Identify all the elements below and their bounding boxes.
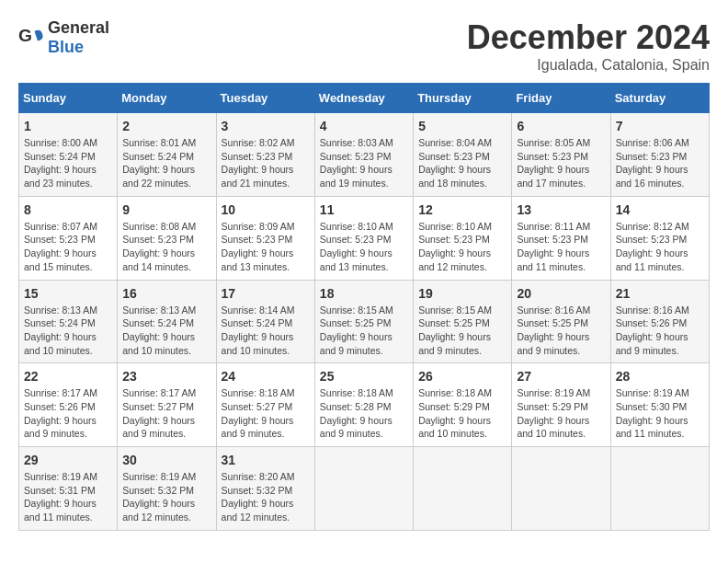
day-number: 17: [222, 286, 310, 301]
calendar-day-cell: 23Sunrise: 8:17 AMSunset: 5:27 PMDayligh…: [118, 363, 216, 447]
calendar-day-cell: 12Sunrise: 8:10 AMSunset: 5:23 PMDayligh…: [414, 196, 512, 280]
logo-icon: G: [18, 25, 44, 51]
day-number: 24: [222, 369, 310, 384]
day-info: Sunrise: 8:10 AMSunset: 5:23 PMDaylight:…: [320, 220, 408, 274]
day-info: Sunrise: 8:04 AMSunset: 5:23 PMDaylight:…: [418, 136, 506, 190]
weekday-header: Thursday: [414, 84, 512, 113]
calendar-day-cell: 21Sunrise: 8:16 AMSunset: 5:26 PMDayligh…: [610, 280, 709, 363]
calendar-day-cell: 22Sunrise: 8:17 AMSunset: 5:26 PMDayligh…: [19, 363, 118, 447]
weekday-header: Tuesday: [216, 84, 314, 113]
page-header: G General Blue December 2024 Igualada, C…: [18, 18, 710, 74]
day-info: Sunrise: 8:16 AMSunset: 5:25 PMDaylight:…: [517, 304, 605, 358]
day-number: 31: [222, 453, 310, 467]
calendar-week-row: 29Sunrise: 8:19 AMSunset: 5:31 PMDayligh…: [19, 447, 710, 531]
calendar-day-cell: 10Sunrise: 8:09 AMSunset: 5:23 PMDayligh…: [216, 196, 314, 280]
calendar-day-cell: [610, 447, 709, 531]
day-number: 3: [222, 119, 310, 133]
calendar-week-row: 22Sunrise: 8:17 AMSunset: 5:26 PMDayligh…: [19, 363, 710, 447]
day-info: Sunrise: 8:17 AMSunset: 5:27 PMDaylight:…: [122, 386, 210, 441]
calendar-day-cell: 19Sunrise: 8:15 AMSunset: 5:25 PMDayligh…: [414, 280, 512, 363]
calendar-day-cell: 25Sunrise: 8:18 AMSunset: 5:28 PMDayligh…: [314, 363, 413, 447]
day-info: Sunrise: 8:18 AMSunset: 5:28 PMDaylight:…: [320, 386, 408, 441]
day-number: 18: [320, 286, 408, 301]
calendar-day-cell: [314, 447, 413, 531]
day-number: 16: [122, 286, 210, 301]
calendar-day-cell: 3Sunrise: 8:02 AMSunset: 5:23 PMDaylight…: [216, 113, 314, 197]
weekday-header: Wednesday: [314, 84, 413, 113]
calendar-day-cell: 8Sunrise: 8:07 AMSunset: 5:23 PMDaylight…: [19, 196, 118, 280]
calendar-day-cell: 9Sunrise: 8:08 AMSunset: 5:23 PMDaylight…: [118, 196, 216, 280]
svg-text:G: G: [18, 26, 32, 45]
day-info: Sunrise: 8:13 AMSunset: 5:24 PMDaylight:…: [122, 304, 210, 358]
weekday-header: Friday: [512, 84, 610, 113]
weekday-header: Sunday: [19, 84, 118, 113]
calendar-day-cell: 13Sunrise: 8:11 AMSunset: 5:23 PMDayligh…: [512, 196, 610, 280]
calendar-day-cell: 24Sunrise: 8:18 AMSunset: 5:27 PMDayligh…: [216, 363, 314, 447]
day-info: Sunrise: 8:11 AMSunset: 5:23 PMDaylight:…: [517, 220, 605, 274]
day-info: Sunrise: 8:19 AMSunset: 5:32 PMDaylight:…: [122, 470, 210, 524]
calendar-day-cell: 28Sunrise: 8:19 AMSunset: 5:30 PMDayligh…: [610, 363, 709, 447]
calendar-day-cell: [414, 447, 512, 531]
day-number: 4: [320, 119, 408, 133]
calendar-day-cell: 14Sunrise: 8:12 AMSunset: 5:23 PMDayligh…: [610, 196, 709, 280]
calendar-day-cell: 7Sunrise: 8:06 AMSunset: 5:23 PMDaylight…: [610, 113, 709, 197]
calendar-day-cell: 6Sunrise: 8:05 AMSunset: 5:23 PMDaylight…: [512, 113, 610, 197]
day-number: 5: [418, 119, 506, 133]
calendar-day-cell: 11Sunrise: 8:10 AMSunset: 5:23 PMDayligh…: [314, 196, 413, 280]
calendar-day-cell: 1Sunrise: 8:00 AMSunset: 5:24 PMDaylight…: [19, 113, 118, 197]
weekday-header-row: SundayMondayTuesdayWednesdayThursdayFrid…: [19, 84, 710, 113]
day-info: Sunrise: 8:19 AMSunset: 5:31 PMDaylight:…: [24, 470, 112, 524]
weekday-header: Saturday: [610, 84, 709, 113]
day-info: Sunrise: 8:01 AMSunset: 5:24 PMDaylight:…: [122, 136, 210, 190]
day-number: 21: [616, 286, 704, 301]
day-info: Sunrise: 8:09 AMSunset: 5:23 PMDaylight:…: [222, 220, 310, 274]
calendar-day-cell: 31Sunrise: 8:20 AMSunset: 5:32 PMDayligh…: [216, 447, 314, 531]
day-number: 9: [122, 202, 210, 217]
day-number: 19: [418, 286, 506, 301]
day-info: Sunrise: 8:03 AMSunset: 5:23 PMDaylight:…: [320, 136, 408, 190]
day-info: Sunrise: 8:18 AMSunset: 5:27 PMDaylight:…: [222, 386, 310, 441]
day-number: 13: [517, 202, 605, 217]
title-area: December 2024 Igualada, Catalonia, Spain: [467, 18, 710, 74]
calendar-day-cell: 2Sunrise: 8:01 AMSunset: 5:24 PMDaylight…: [118, 113, 216, 197]
day-number: 11: [320, 202, 408, 217]
day-number: 23: [122, 369, 210, 384]
day-number: 8: [24, 202, 112, 217]
day-info: Sunrise: 8:18 AMSunset: 5:29 PMDaylight:…: [418, 386, 506, 441]
calendar-day-cell: 4Sunrise: 8:03 AMSunset: 5:23 PMDaylight…: [314, 113, 413, 197]
day-number: 10: [222, 202, 310, 217]
weekday-header: Monday: [118, 84, 216, 113]
day-number: 12: [418, 202, 506, 217]
calendar-day-cell: [512, 447, 610, 531]
day-number: 28: [616, 369, 704, 384]
day-info: Sunrise: 8:10 AMSunset: 5:23 PMDaylight:…: [418, 220, 506, 274]
calendar-week-row: 1Sunrise: 8:00 AMSunset: 5:24 PMDaylight…: [19, 113, 710, 197]
calendar-day-cell: 30Sunrise: 8:19 AMSunset: 5:32 PMDayligh…: [118, 447, 216, 531]
logo-general: General: [48, 18, 109, 37]
day-info: Sunrise: 8:00 AMSunset: 5:24 PMDaylight:…: [24, 136, 112, 190]
day-info: Sunrise: 8:17 AMSunset: 5:26 PMDaylight:…: [24, 386, 112, 441]
calendar-day-cell: 16Sunrise: 8:13 AMSunset: 5:24 PMDayligh…: [118, 280, 216, 363]
day-number: 25: [320, 369, 408, 384]
day-info: Sunrise: 8:12 AMSunset: 5:23 PMDaylight:…: [616, 220, 704, 274]
day-number: 15: [24, 286, 112, 301]
day-number: 7: [616, 119, 704, 133]
day-info: Sunrise: 8:19 AMSunset: 5:30 PMDaylight:…: [616, 386, 704, 441]
day-number: 20: [517, 286, 605, 301]
day-info: Sunrise: 8:20 AMSunset: 5:32 PMDaylight:…: [222, 470, 310, 524]
location-subtitle: Igualada, Catalonia, Spain: [467, 57, 710, 74]
month-year-title: December 2024: [467, 18, 710, 57]
day-info: Sunrise: 8:06 AMSunset: 5:23 PMDaylight:…: [616, 136, 704, 190]
day-number: 27: [517, 369, 605, 384]
day-info: Sunrise: 8:14 AMSunset: 5:24 PMDaylight:…: [222, 304, 310, 358]
day-number: 14: [616, 202, 704, 217]
calendar-week-row: 8Sunrise: 8:07 AMSunset: 5:23 PMDaylight…: [19, 196, 710, 280]
day-number: 22: [24, 369, 112, 384]
day-info: Sunrise: 8:19 AMSunset: 5:29 PMDaylight:…: [517, 386, 605, 441]
calendar-day-cell: 27Sunrise: 8:19 AMSunset: 5:29 PMDayligh…: [512, 363, 610, 447]
day-number: 29: [24, 453, 112, 467]
day-info: Sunrise: 8:16 AMSunset: 5:26 PMDaylight:…: [616, 304, 704, 358]
logo: G General Blue: [18, 18, 109, 57]
calendar-day-cell: 15Sunrise: 8:13 AMSunset: 5:24 PMDayligh…: [19, 280, 118, 363]
day-number: 30: [122, 453, 210, 467]
